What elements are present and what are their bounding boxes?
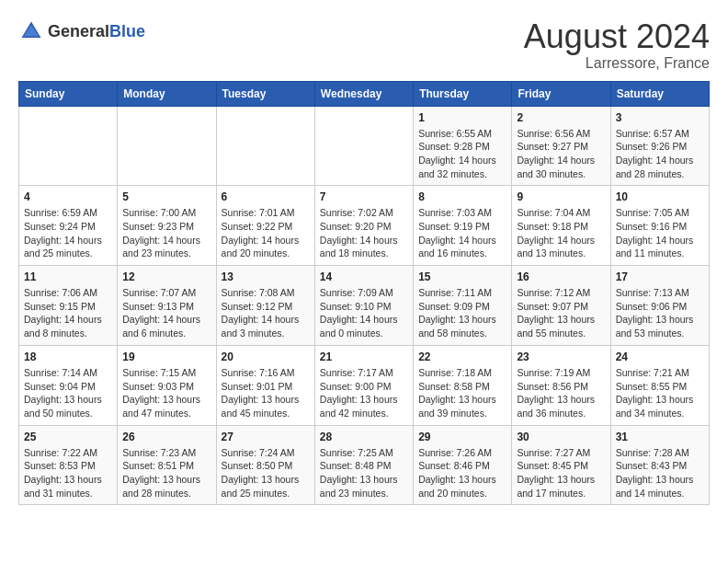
- day-number: 14: [320, 270, 408, 283]
- day-info: Sunrise: 7:15 AMSunset: 9:03 PMDaylight:…: [122, 366, 210, 420]
- week-row-1: 1Sunrise: 6:55 AMSunset: 9:28 PMDaylight…: [19, 106, 710, 186]
- day-info: Sunrise: 7:03 AMSunset: 9:19 PMDaylight:…: [418, 206, 506, 260]
- day-info: Sunrise: 7:04 AMSunset: 9:18 PMDaylight:…: [517, 206, 605, 260]
- day-number: 4: [24, 190, 112, 203]
- day-info: Sunrise: 7:05 AMSunset: 9:16 PMDaylight:…: [616, 206, 704, 260]
- day-info: Sunrise: 7:26 AMSunset: 8:46 PMDaylight:…: [418, 446, 506, 500]
- calendar-cell: 2Sunrise: 6:56 AMSunset: 9:27 PMDaylight…: [512, 106, 610, 186]
- day-number: 24: [616, 350, 704, 363]
- calendar-cell: 28Sunrise: 7:25 AMSunset: 8:48 PMDayligh…: [314, 425, 413, 505]
- calendar-cell: 11Sunrise: 7:06 AMSunset: 9:15 PMDayligh…: [19, 266, 118, 346]
- calendar-cell: 18Sunrise: 7:14 AMSunset: 9:04 PMDayligh…: [19, 345, 118, 425]
- day-info: Sunrise: 7:18 AMSunset: 8:58 PMDaylight:…: [418, 366, 506, 420]
- day-info: Sunrise: 7:12 AMSunset: 9:07 PMDaylight:…: [517, 286, 605, 340]
- day-number: 26: [122, 431, 210, 443]
- calendar-cell: 22Sunrise: 7:18 AMSunset: 8:58 PMDayligh…: [414, 345, 512, 425]
- calendar-cell: 4Sunrise: 6:59 AMSunset: 9:24 PMDaylight…: [19, 186, 118, 266]
- day-number: 25: [24, 431, 112, 443]
- day-number: 28: [320, 431, 408, 443]
- logo: GeneralBlue: [18, 18, 145, 44]
- calendar-cell: 27Sunrise: 7:24 AMSunset: 8:50 PMDayligh…: [216, 425, 314, 505]
- calendar-cell: 10Sunrise: 7:05 AMSunset: 9:16 PMDayligh…: [610, 186, 709, 266]
- day-number: 23: [517, 350, 605, 363]
- calendar-cell: 13Sunrise: 7:08 AMSunset: 9:12 PMDayligh…: [216, 266, 314, 346]
- day-number: 5: [122, 190, 210, 203]
- calendar-cell: 3Sunrise: 6:57 AMSunset: 9:26 PMDaylight…: [610, 106, 709, 186]
- day-number: 13: [222, 270, 310, 283]
- day-header-friday: Friday: [512, 81, 610, 106]
- day-info: Sunrise: 7:25 AMSunset: 8:48 PMDaylight:…: [320, 446, 408, 500]
- day-number: 10: [616, 190, 704, 203]
- day-number: 17: [616, 270, 704, 283]
- day-info: Sunrise: 7:02 AMSunset: 9:20 PMDaylight:…: [320, 206, 408, 260]
- day-info: Sunrise: 6:56 AMSunset: 9:27 PMDaylight:…: [517, 127, 605, 181]
- day-header-saturday: Saturday: [610, 81, 709, 106]
- day-number: 27: [222, 431, 310, 443]
- calendar-cell: [118, 106, 216, 186]
- day-number: 8: [418, 190, 506, 203]
- calendar-cell: 9Sunrise: 7:04 AMSunset: 9:18 PMDaylight…: [512, 186, 610, 266]
- day-header-tuesday: Tuesday: [216, 81, 314, 106]
- main-title: August 2024: [524, 18, 710, 55]
- calendar-header-row: SundayMondayTuesdayWednesdayThursdayFrid…: [19, 81, 710, 106]
- week-row-3: 11Sunrise: 7:06 AMSunset: 9:15 PMDayligh…: [19, 266, 710, 346]
- calendar-cell: 5Sunrise: 7:00 AMSunset: 9:23 PMDaylight…: [118, 186, 216, 266]
- calendar-cell: [314, 106, 413, 186]
- logo-text-blue: Blue: [109, 22, 145, 40]
- calendar-cell: 31Sunrise: 7:28 AMSunset: 8:43 PMDayligh…: [610, 425, 709, 505]
- calendar-cell: 14Sunrise: 7:09 AMSunset: 9:10 PMDayligh…: [314, 266, 413, 346]
- day-info: Sunrise: 7:28 AMSunset: 8:43 PMDaylight:…: [616, 446, 704, 500]
- day-number: 7: [320, 190, 408, 203]
- day-number: 29: [418, 431, 506, 443]
- calendar-cell: 15Sunrise: 7:11 AMSunset: 9:09 PMDayligh…: [414, 266, 512, 346]
- day-header-sunday: Sunday: [19, 81, 118, 106]
- logo-icon: [18, 18, 44, 44]
- calendar-cell: 20Sunrise: 7:16 AMSunset: 9:01 PMDayligh…: [216, 345, 314, 425]
- week-row-2: 4Sunrise: 6:59 AMSunset: 9:24 PMDaylight…: [19, 186, 710, 266]
- day-number: 11: [24, 270, 112, 283]
- calendar-cell: 23Sunrise: 7:19 AMSunset: 8:56 PMDayligh…: [512, 345, 610, 425]
- day-info: Sunrise: 7:17 AMSunset: 9:00 PMDaylight:…: [320, 366, 408, 420]
- day-info: Sunrise: 7:00 AMSunset: 9:23 PMDaylight:…: [122, 206, 210, 260]
- day-number: 3: [616, 111, 704, 124]
- calendar-cell: 16Sunrise: 7:12 AMSunset: 9:07 PMDayligh…: [512, 266, 610, 346]
- day-info: Sunrise: 7:07 AMSunset: 9:13 PMDaylight:…: [122, 286, 210, 340]
- day-info: Sunrise: 7:27 AMSunset: 8:45 PMDaylight:…: [517, 446, 605, 500]
- day-info: Sunrise: 7:19 AMSunset: 8:56 PMDaylight:…: [517, 366, 605, 420]
- day-number: 6: [222, 190, 310, 203]
- day-number: 21: [320, 350, 408, 363]
- day-info: Sunrise: 7:09 AMSunset: 9:10 PMDaylight:…: [320, 286, 408, 340]
- day-info: Sunrise: 7:08 AMSunset: 9:12 PMDaylight:…: [222, 286, 310, 340]
- day-info: Sunrise: 6:59 AMSunset: 9:24 PMDaylight:…: [24, 206, 112, 260]
- page-header: GeneralBlue August 2024 Larressore, Fran…: [18, 18, 710, 72]
- day-info: Sunrise: 7:23 AMSunset: 8:51 PMDaylight:…: [122, 446, 210, 500]
- day-info: Sunrise: 7:21 AMSunset: 8:55 PMDaylight:…: [616, 366, 704, 420]
- calendar-cell: 25Sunrise: 7:22 AMSunset: 8:53 PMDayligh…: [19, 425, 118, 505]
- calendar-table: SundayMondayTuesdayWednesdayThursdayFrid…: [18, 81, 710, 506]
- day-number: 20: [222, 350, 310, 363]
- calendar-cell: 12Sunrise: 7:07 AMSunset: 9:13 PMDayligh…: [118, 266, 216, 346]
- day-number: 31: [616, 431, 704, 443]
- day-header-wednesday: Wednesday: [314, 81, 413, 106]
- day-number: 30: [517, 431, 605, 443]
- week-row-5: 25Sunrise: 7:22 AMSunset: 8:53 PMDayligh…: [19, 425, 710, 505]
- day-number: 9: [517, 190, 605, 203]
- day-info: Sunrise: 7:11 AMSunset: 9:09 PMDaylight:…: [418, 286, 506, 340]
- day-info: Sunrise: 7:13 AMSunset: 9:06 PMDaylight:…: [616, 286, 704, 340]
- day-number: 16: [517, 270, 605, 283]
- day-number: 2: [517, 111, 605, 124]
- day-number: 18: [24, 350, 112, 363]
- calendar-cell: [19, 106, 118, 186]
- calendar-cell: 21Sunrise: 7:17 AMSunset: 9:00 PMDayligh…: [314, 345, 413, 425]
- day-info: Sunrise: 7:06 AMSunset: 9:15 PMDaylight:…: [24, 286, 112, 340]
- day-header-thursday: Thursday: [414, 81, 512, 106]
- day-info: Sunrise: 7:14 AMSunset: 9:04 PMDaylight:…: [24, 366, 112, 420]
- calendar-cell: 19Sunrise: 7:15 AMSunset: 9:03 PMDayligh…: [118, 345, 216, 425]
- day-info: Sunrise: 6:55 AMSunset: 9:28 PMDaylight:…: [418, 127, 506, 181]
- calendar-cell: 29Sunrise: 7:26 AMSunset: 8:46 PMDayligh…: [414, 425, 512, 505]
- day-number: 19: [122, 350, 210, 363]
- calendar-cell: 6Sunrise: 7:01 AMSunset: 9:22 PMDaylight…: [216, 186, 314, 266]
- day-number: 1: [418, 111, 506, 124]
- calendar-cell: 24Sunrise: 7:21 AMSunset: 8:55 PMDayligh…: [610, 345, 709, 425]
- calendar-cell: 26Sunrise: 7:23 AMSunset: 8:51 PMDayligh…: [118, 425, 216, 505]
